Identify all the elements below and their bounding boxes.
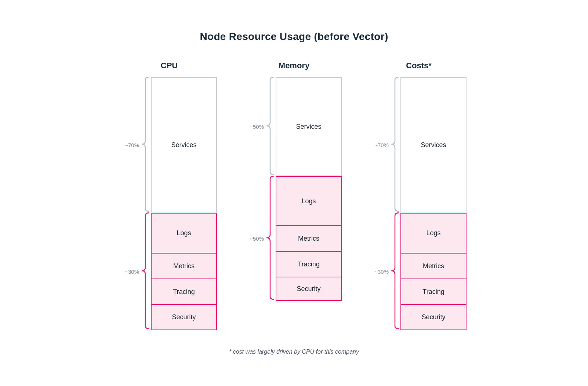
seg-label-cpu-logs: Logs bbox=[177, 229, 191, 237]
top-bracket-area-cpu: ~70% bbox=[125, 77, 149, 213]
seg-label-memory-metrics: Metrics bbox=[298, 235, 319, 243]
bot-pct-memory: ~50% bbox=[250, 236, 264, 242]
col-title-cpu: CPU bbox=[161, 61, 178, 70]
seg-costs-logs: Logs bbox=[400, 213, 467, 253]
seg-memory-security: Security bbox=[276, 277, 342, 301]
bar-col-memory: ServicesLogsMetricsTracingSecurity bbox=[276, 77, 342, 301]
seg-label-costs-metrics: Metrics bbox=[423, 262, 444, 270]
seg-cpu-tracing: Tracing bbox=[151, 279, 217, 305]
seg-label-memory-security: Security bbox=[297, 285, 320, 293]
seg-cpu-logs: Logs bbox=[151, 213, 217, 253]
seg-costs-tracing: Tracing bbox=[400, 279, 467, 305]
seg-label-memory-tracing: Tracing bbox=[298, 261, 319, 268]
top-bracket-svg-costs bbox=[391, 76, 399, 214]
seg-label-costs-tracing: Tracing bbox=[422, 288, 444, 296]
footnote: * cost was largely driven by CPU for thi… bbox=[229, 349, 359, 355]
top-bracket-svg-cpu bbox=[141, 76, 149, 214]
bot-bracket-svg-cpu bbox=[141, 212, 149, 331]
seg-cpu-services: Services bbox=[151, 77, 217, 213]
bar-row-memory: ~50%~50%ServicesLogsMetricsTracingSecuri… bbox=[246, 77, 342, 301]
bar-col-costs: ServicesLogsMetricsTracingSecurity bbox=[400, 77, 467, 330]
bot-pct-cpu: ~30% bbox=[125, 269, 139, 275]
seg-label-cpu-security: Security bbox=[172, 313, 196, 321]
top-bracket-svg-memory bbox=[266, 76, 274, 177]
chart-title: Node Resource Usage (before Vector) bbox=[200, 31, 388, 43]
bar-col-cpu: ServicesLogsMetricsTracingSecurity bbox=[151, 77, 217, 330]
bar-row-cpu: ~70%~30%ServicesLogsMetricsTracingSecuri… bbox=[121, 77, 217, 330]
chart-container: Node Resource Usage (before Vector) CPU~… bbox=[37, 16, 551, 370]
bot-bracket-area-memory: ~50% bbox=[250, 176, 274, 301]
bot-bracket-area-cpu: ~30% bbox=[125, 213, 149, 330]
seg-label-memory-services: Services bbox=[296, 123, 321, 131]
col-title-memory: Memory bbox=[279, 61, 309, 70]
column-costs: Costs*~70%~30%ServicesLogsMetricsTracing… bbox=[371, 61, 467, 330]
bar-row-costs: ~70%~30%ServicesLogsMetricsTracingSecuri… bbox=[371, 77, 467, 330]
seg-label-cpu-metrics: Metrics bbox=[173, 262, 195, 270]
seg-memory-services: Services bbox=[276, 77, 342, 176]
bot-bracket-svg-memory bbox=[266, 175, 274, 302]
seg-cpu-security: Security bbox=[151, 305, 217, 330]
bot-bracket-area-costs: ~30% bbox=[374, 213, 399, 330]
top-bracket-area-costs: ~70% bbox=[374, 77, 399, 213]
bracket-col-memory: ~50%~50% bbox=[246, 77, 276, 301]
seg-label-costs-logs: Logs bbox=[426, 229, 440, 237]
seg-cpu-metrics: Metrics bbox=[151, 253, 217, 279]
top-pct-memory: ~50% bbox=[250, 124, 264, 130]
bot-pct-costs: ~30% bbox=[374, 269, 389, 275]
seg-memory-metrics: Metrics bbox=[276, 226, 342, 251]
bot-bracket-svg-costs bbox=[391, 212, 399, 331]
column-cpu: CPU~70%~30%ServicesLogsMetricsTracingSec… bbox=[121, 61, 217, 330]
column-memory: Memory~50%~50%ServicesLogsMetricsTracing… bbox=[246, 61, 342, 301]
seg-label-costs-security: Security bbox=[421, 313, 445, 321]
top-bracket-area-memory: ~50% bbox=[250, 77, 274, 176]
seg-costs-metrics: Metrics bbox=[400, 253, 467, 279]
seg-label-costs-services: Services bbox=[421, 141, 446, 149]
seg-label-cpu-services: Services bbox=[171, 141, 196, 149]
seg-label-memory-logs: Logs bbox=[301, 197, 316, 205]
seg-label-cpu-tracing: Tracing bbox=[173, 288, 195, 296]
seg-memory-tracing: Tracing bbox=[276, 251, 342, 277]
columns-wrapper: CPU~70%~30%ServicesLogsMetricsTracingSec… bbox=[37, 61, 551, 330]
bracket-col-costs: ~70%~30% bbox=[371, 77, 400, 330]
top-pct-cpu: ~70% bbox=[125, 142, 139, 148]
seg-costs-services: Services bbox=[400, 77, 467, 213]
top-pct-costs: ~70% bbox=[374, 142, 389, 148]
col-title-costs: Costs* bbox=[406, 61, 432, 70]
seg-costs-security: Security bbox=[400, 305, 467, 330]
bracket-col-cpu: ~70%~30% bbox=[121, 77, 151, 330]
seg-memory-logs: Logs bbox=[276, 176, 342, 226]
